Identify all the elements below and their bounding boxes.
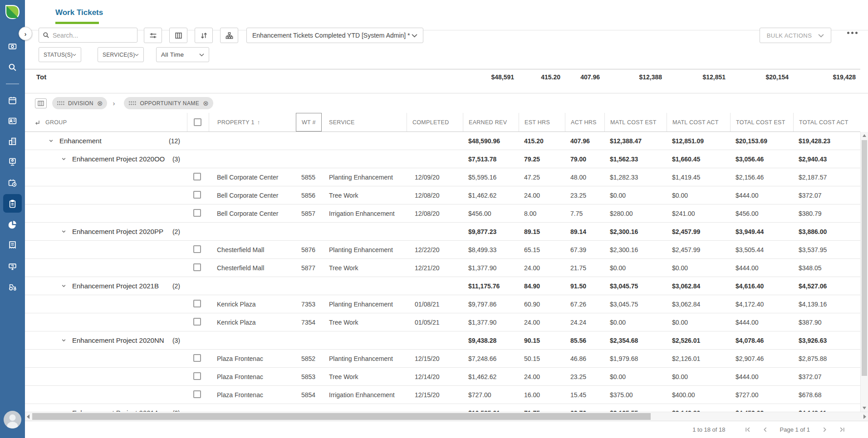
ticket-row[interactable]: Bell Corporate Center5855Planting Enhanc… xyxy=(25,168,860,186)
group-panel-icon[interactable] xyxy=(35,98,47,108)
chevron-down-icon[interactable] xyxy=(61,156,69,161)
aspire-leaf-logo[interactable] xyxy=(5,4,20,20)
drag-handle-icon[interactable] xyxy=(57,101,64,106)
scroll-up-icon[interactable] xyxy=(863,134,866,137)
reports-pie-chart-icon[interactable] xyxy=(8,220,17,229)
row-checkbox[interactable] xyxy=(193,191,201,199)
service-filter-dropdown[interactable]: SERVICE(S) xyxy=(98,47,144,62)
horizontal-scrollbar-thumb[interactable] xyxy=(32,413,651,420)
tab-work-tickets[interactable]: Work Tickets xyxy=(55,8,103,17)
col-wt-number[interactable]: WT # xyxy=(296,113,322,131)
group-row[interactable]: Enhancement Project 2020OO(3)$7,513.7879… xyxy=(25,150,860,168)
bulk-actions-button[interactable]: BULK ACTIONS xyxy=(760,28,831,43)
ticket-row[interactable]: Chesterfield Mall5877Tree Work12/21/20$1… xyxy=(25,259,860,277)
properties-building-icon[interactable] xyxy=(8,136,17,146)
service-cell: Irrigation Enhancement xyxy=(322,210,407,217)
status-filter-dropdown[interactable]: STATUS(S) xyxy=(39,47,81,62)
remove-chip-icon[interactable]: ⊗ xyxy=(203,100,209,107)
group-row[interactable]: Enhancement(12)$48,590.96415.20407.96$12… xyxy=(25,132,860,150)
time-filter-dropdown[interactable]: All Time xyxy=(156,47,209,62)
chevron-down-icon[interactable] xyxy=(49,138,57,143)
total-cost-est-cell: $456.00 xyxy=(730,210,793,217)
sort-icon[interactable] xyxy=(195,28,213,43)
row-checkbox[interactable] xyxy=(193,263,201,271)
col-service[interactable]: SERVICE xyxy=(322,113,407,131)
last-page-icon[interactable] xyxy=(839,427,845,433)
ticket-row[interactable]: Kenrick Plaza7354Tree Work01/05/21$1,377… xyxy=(25,313,860,331)
more-options-icon[interactable] xyxy=(847,32,858,34)
remove-chip-icon[interactable]: ⊗ xyxy=(97,100,103,107)
chevron-down-icon[interactable] xyxy=(61,283,69,288)
scroll-left-icon[interactable] xyxy=(27,414,29,419)
scroll-right-icon[interactable] xyxy=(863,414,866,419)
work-tickets-clipboard-icon[interactable] xyxy=(8,199,17,209)
collapse-all-icon[interactable] xyxy=(34,119,40,126)
total-matl-cost-act: $12,851 xyxy=(667,73,730,81)
group-row[interactable]: Enhancement Project 2020NN(3)$9,438.2890… xyxy=(25,331,860,350)
ticket-row[interactable]: Chesterfield Mall5876Planting Enhancemen… xyxy=(25,241,860,259)
ticket-row[interactable]: Bell Corporate Center5856Tree Work12/08/… xyxy=(25,186,860,204)
col-group[interactable]: GROUP xyxy=(45,119,67,126)
next-page-icon[interactable] xyxy=(822,427,828,433)
col-matl-cost-est[interactable]: MATL COST EST xyxy=(604,113,667,131)
col-est-hrs[interactable]: EST HRS xyxy=(519,113,565,131)
col-property[interactable]: PROPERTY 1 ↑ xyxy=(209,113,296,131)
matl-cost-act-cell: $1,660.45 xyxy=(667,156,730,163)
saved-view-dropdown[interactable]: Enhancement Tickets Completed YTD [Syste… xyxy=(246,28,423,43)
col-matl-cost-act[interactable]: MATL COST ACT xyxy=(667,113,730,131)
invoice-receipt-icon[interactable] xyxy=(8,240,17,250)
wt-number-cell: 5853 xyxy=(296,373,322,380)
row-checkbox[interactable] xyxy=(193,390,201,398)
row-checkbox[interactable] xyxy=(193,209,201,217)
row-checkbox[interactable] xyxy=(193,354,201,362)
group-row[interactable]: Enhancement Project 2021B(2)$11,175.7684… xyxy=(25,277,860,295)
equipment-tractor-icon[interactable] xyxy=(8,282,17,292)
chevron-down-icon[interactable] xyxy=(61,229,69,234)
col-act-hrs[interactable]: ACT HRS xyxy=(565,113,604,131)
filter-settings-icon[interactable] xyxy=(144,28,162,43)
row-checkbox[interactable] xyxy=(193,245,201,253)
chevron-down-icon[interactable] xyxy=(61,338,69,343)
contacts-icon[interactable] xyxy=(8,116,17,126)
horizontal-scrollbar[interactable] xyxy=(25,412,868,421)
sidebar-divider xyxy=(6,83,19,84)
first-page-icon[interactable] xyxy=(745,427,750,433)
select-all-checkbox[interactable] xyxy=(194,118,201,126)
ticket-row[interactable]: Bell Corporate Center5857Irrigation Enha… xyxy=(25,204,860,223)
row-checkbox[interactable] xyxy=(193,318,201,326)
vertical-scrollbar-thumb[interactable] xyxy=(862,140,867,376)
col-total-cost-act[interactable]: TOTAL COST ACT xyxy=(793,113,860,131)
calendar-icon[interactable] xyxy=(8,96,17,105)
group-hierarchy-icon[interactable] xyxy=(220,28,238,43)
total-cost-act-cell: $4,139.16 xyxy=(793,301,860,308)
search-icon[interactable] xyxy=(8,63,17,72)
vertical-scrollbar[interactable] xyxy=(860,132,868,412)
drag-handle-icon[interactable] xyxy=(128,101,136,106)
scroll-down-icon[interactable] xyxy=(863,407,866,409)
prev-page-icon[interactable] xyxy=(762,427,768,433)
sidebar-expand-button[interactable]: › xyxy=(19,27,32,40)
col-earned-rev[interactable]: EARNED REV xyxy=(463,113,519,131)
col-completed[interactable]: COMPLETED xyxy=(407,113,463,131)
group-chip-division[interactable]: DIVISION ⊗ xyxy=(52,97,107,109)
search-input[interactable] xyxy=(53,32,135,39)
ticket-row[interactable]: Kenrick Plaza7353Planting Enhancement01/… xyxy=(25,295,860,313)
user-avatar[interactable] xyxy=(4,411,21,428)
est-hrs-cell: 16.00 xyxy=(519,391,565,399)
row-checkbox[interactable] xyxy=(193,300,201,307)
schedule-icon[interactable] xyxy=(8,178,17,188)
group-row[interactable]: Enhancement Project 2021A(2)$10,585.9171… xyxy=(25,404,860,412)
group-chip-opportunity-name[interactable]: OPPORTUNITY NAME ⊗ xyxy=(124,97,213,109)
ticket-row[interactable]: Plaza Frontenac5854Irrigation Enhancemen… xyxy=(25,386,860,404)
row-checkbox[interactable] xyxy=(193,173,201,180)
ticket-row[interactable]: Plaza Frontenac5852Planting Enhancement1… xyxy=(25,350,860,368)
banknote-icon[interactable] xyxy=(8,42,17,51)
group-row[interactable]: Enhancement Project 2020PP(2)$9,877.2389… xyxy=(25,223,860,241)
ticket-row[interactable]: Plaza Frontenac5853Tree Work12/14/20$1,4… xyxy=(25,368,860,386)
columns-icon[interactable] xyxy=(169,28,187,43)
col-total-cost-est[interactable]: TOTAL COST EST xyxy=(730,113,793,131)
total-cost-act-cell: $387.90 xyxy=(793,319,860,326)
row-checkbox[interactable] xyxy=(193,372,201,380)
opportunities-award-icon[interactable] xyxy=(8,157,17,166)
payments-icon[interactable] xyxy=(8,262,17,271)
